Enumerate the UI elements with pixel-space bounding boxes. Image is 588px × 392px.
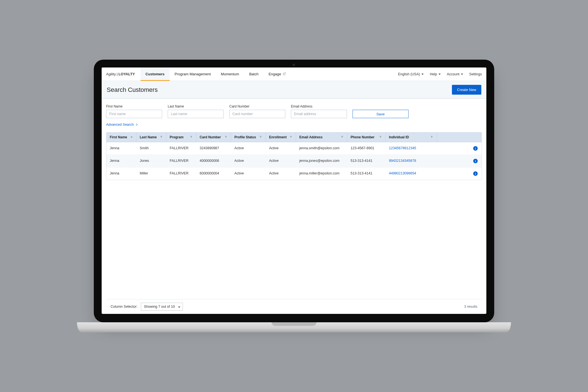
language-selector[interactable]: English (USA) (398, 72, 424, 76)
brand-separator: | (117, 72, 118, 76)
info-icon[interactable]: i (473, 159, 478, 163)
info-icon[interactable]: i (473, 146, 478, 151)
content-area: First Name Last Name Card Number Email A… (102, 99, 486, 314)
first-name-input[interactable] (106, 110, 162, 118)
table-row[interactable]: JennaMillerFALLRIVER6000000004ActiveActi… (106, 167, 482, 180)
advanced-search-link[interactable]: Advanced Search (106, 123, 482, 127)
laptop-lid: Agility|LOYALTY Customers Program Manage… (94, 60, 494, 322)
col-label: Email Address (299, 135, 323, 139)
table-header: First Name Last Name Program Card Number… (106, 132, 482, 142)
cell-info: i (437, 155, 482, 167)
col-header-phone[interactable]: Phone Number (347, 132, 386, 142)
cell-phone: 123-4567-8901 (347, 142, 386, 155)
topbar: Agility|LOYALTY Customers Program Manage… (102, 67, 486, 81)
tab-batch[interactable]: Batch (244, 67, 263, 81)
cell-enrollment: Active (266, 155, 296, 167)
table-body: JennaSmithFALLRIVER3243890987ActiveActiv… (106, 142, 482, 180)
save-button[interactable]: Save (353, 110, 409, 118)
cell-card-number: 3243890987 (196, 142, 231, 155)
col-header-individual-id[interactable]: Individual ID (386, 132, 437, 142)
brand-right: LOYALTY (118, 72, 135, 76)
help-menu[interactable]: Help (430, 72, 441, 76)
nav-tabs: Customers Program Management Momentum Ba… (141, 67, 291, 81)
cell-profile-status: Active (231, 167, 266, 180)
cell-last-name: Smith (136, 142, 166, 155)
advanced-search-label: Advanced Search (106, 123, 134, 127)
page-title: Search Customers (107, 86, 158, 94)
cell-first-name: Jenna (106, 142, 136, 155)
tab-momentum[interactable]: Momentum (216, 67, 244, 81)
email-label: Email Address (291, 104, 347, 108)
account-menu[interactable]: Account (447, 72, 463, 76)
chevron-right-icon (135, 123, 137, 126)
results-table: First Name Last Name Program Card Number… (106, 132, 482, 180)
external-link-icon (283, 72, 286, 76)
col-header-email[interactable]: Email Address (296, 132, 347, 142)
table-row[interactable]: JennaJonesFALLRIVER4000000006ActiveActiv… (106, 155, 482, 167)
app-screen: Agility|LOYALTY Customers Program Manage… (102, 67, 486, 314)
col-header-enrollment[interactable]: Enrollment (266, 132, 296, 142)
col-label: Card Number (200, 135, 221, 139)
card-number-input[interactable] (229, 110, 285, 118)
cell-email: jenna.smith@epsilon.com (296, 142, 347, 155)
result-count: 3 results (464, 305, 477, 309)
tab-label: Customers (146, 72, 165, 76)
filter-icon (341, 135, 344, 139)
col-header-first-name[interactable]: First Name (106, 132, 136, 142)
caret-down-icon (421, 74, 424, 76)
filter-icon (430, 135, 433, 139)
cell-profile-status: Active (231, 155, 266, 167)
cell-program: FALLRIVER (166, 155, 196, 167)
account-label: Account (447, 72, 459, 76)
col-header-card-number[interactable]: Card Number (196, 132, 231, 142)
tab-label: Program Management (175, 72, 211, 76)
cell-card-number: 4000000006 (196, 155, 231, 167)
table-footer: Column Selector: Showing 7 out of 10 3 r… (106, 299, 482, 314)
info-icon[interactable]: i (473, 171, 478, 176)
topbar-right: English (USA) Help Account Settings (398, 72, 482, 76)
laptop-base (77, 322, 511, 332)
cell-card-number: 6000000004 (196, 167, 231, 180)
email-input[interactable] (291, 110, 347, 118)
cell-enrollment: Active (266, 167, 296, 180)
sort-icon (130, 137, 133, 139)
tab-label: Momentum (221, 72, 239, 76)
cell-individual-id[interactable]: 44990213098654 (386, 167, 437, 180)
cell-first-name: Jenna (106, 155, 136, 167)
titlebar: Search Customers Create New (102, 81, 486, 99)
column-selector-label: Column Selector: (111, 305, 137, 309)
cell-info: i (437, 142, 482, 155)
filter-icon (225, 135, 227, 139)
settings-link[interactable]: Settings (469, 72, 482, 76)
cell-email: jenna.jones@epsilon.com (296, 155, 347, 167)
col-header-last-name[interactable]: Last Name (136, 132, 166, 142)
cell-profile-status: Active (231, 142, 266, 155)
laptop-frame: Agility|LOYALTY Customers Program Manage… (94, 60, 494, 332)
column-selector[interactable]: Showing 7 out of 10 (141, 303, 183, 311)
col-header-program[interactable]: Program (166, 132, 196, 142)
tab-program-management[interactable]: Program Management (170, 67, 216, 81)
table-row[interactable]: JennaSmithFALLRIVER3243890987ActiveActiv… (106, 142, 482, 155)
filter-icon (160, 135, 163, 139)
col-header-profile-status[interactable]: Profile Status (231, 132, 266, 142)
language-label: English (USA) (398, 72, 420, 76)
search-form: First Name Last Name Card Number Email A… (106, 104, 482, 118)
help-label: Help (430, 72, 437, 76)
caret-down-icon (461, 74, 463, 76)
caret-down-icon (438, 74, 441, 76)
column-selector-value: Showing 7 out of 10 (144, 305, 175, 309)
cell-individual-id[interactable]: 12345678912345 (386, 142, 437, 155)
tab-customers[interactable]: Customers (141, 67, 170, 81)
last-name-input[interactable] (168, 110, 224, 118)
filter-icon (290, 135, 292, 139)
col-label: Program (170, 135, 183, 139)
create-new-button[interactable]: Create New (452, 85, 481, 95)
cell-email: jenna.miller@epsilon.com (296, 167, 347, 180)
col-label: Profile Status (234, 135, 256, 139)
cell-individual-id[interactable]: 99432134345678 (386, 155, 437, 167)
cell-phone: 513-313-4141 (347, 155, 386, 167)
tab-engage[interactable]: Engage (263, 67, 291, 81)
col-label: First Name (110, 135, 127, 139)
first-name-label: First Name (106, 104, 162, 108)
svg-line-0 (284, 73, 286, 74)
